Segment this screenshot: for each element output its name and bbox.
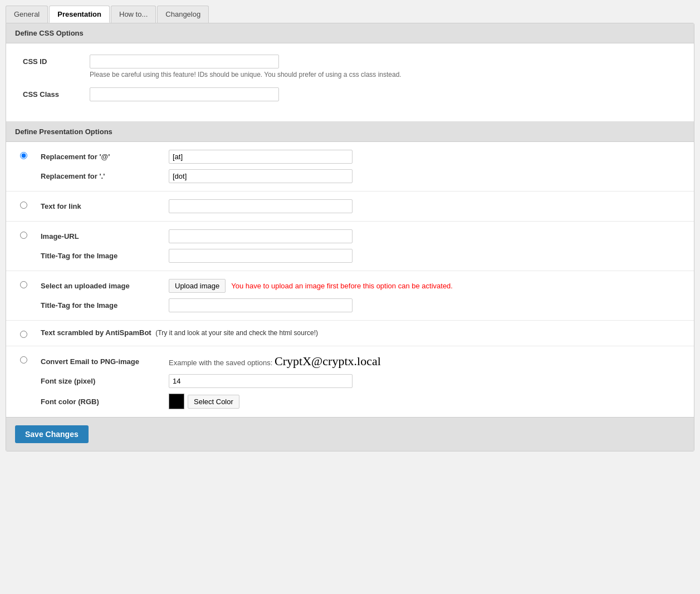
- imageurl-label: Image-URL: [41, 232, 163, 240]
- css-class-label: CSS Class: [23, 87, 90, 99]
- imagetitle-field-row: Title-Tag for the Image: [41, 249, 685, 263]
- replacement-at-input-wrap: [169, 150, 353, 164]
- css-id-input[interactable]: [90, 55, 279, 68]
- radio-replacement-col: [15, 150, 32, 159]
- option-textlink-row: Text for link: [6, 192, 694, 222]
- option-replacement-row: Replacement for '@' Replacement for '.': [6, 142, 694, 192]
- option-imageurl-body: Image-URL Title-Tag for the Image: [41, 229, 685, 263]
- uploaded-fields: Select an uploaded image Upload image Yo…: [41, 279, 685, 312]
- textlink-input[interactable]: [169, 199, 353, 213]
- radio-imageurl-col: [15, 229, 32, 239]
- png-fontcolor-row: Font color (RGB) Select Color: [41, 394, 685, 409]
- uploaded-imagetitle-label: Title-Tag for the Image: [41, 301, 163, 310]
- pres-options-header: Define Presentation Options: [6, 122, 694, 142]
- uploaded-imagetitle-input[interactable]: [169, 298, 353, 312]
- textlink-field-row: Text for link: [41, 199, 685, 213]
- option-imageurl-row: Image-URL Title-Tag for the Image: [6, 222, 694, 271]
- radio-imageurl[interactable]: [20, 232, 27, 239]
- option-scramble-body: Text scrambled by AntiSpamBot (Try it an…: [41, 328, 685, 337]
- radio-textlink[interactable]: [20, 202, 27, 209]
- imageurl-fields: Image-URL Title-Tag for the Image: [41, 229, 685, 263]
- png-fontsize-input[interactable]: [169, 374, 353, 388]
- png-fields: Convert Email to PNG-image Example with …: [41, 354, 685, 409]
- replacement-dot-input-wrap: [169, 169, 353, 183]
- imageurl-field-row: Image-URL: [41, 229, 685, 243]
- option-textlink-body: Text for link: [41, 199, 685, 213]
- save-bar: Save Changes: [6, 417, 694, 451]
- css-options-header: Define CSS Options: [6, 23, 694, 43]
- uploaded-imagetitle-input-wrap: [169, 298, 353, 312]
- replacement-at-label: Replacement for '@': [41, 153, 163, 161]
- png-color-row: Select Color: [169, 394, 239, 409]
- radio-png-col: [15, 354, 32, 364]
- option-png-body: Convert Email to PNG-image Example with …: [41, 354, 685, 409]
- png-title-row: Convert Email to PNG-image Example with …: [41, 354, 685, 369]
- css-id-content: Please be careful using this feature! ID…: [90, 55, 677, 78]
- textlink-label: Text for link: [41, 202, 163, 210]
- upload-button-row: Select an uploaded image Upload image Yo…: [41, 279, 685, 293]
- select-color-button[interactable]: Select Color: [188, 395, 239, 409]
- textlink-fields: Text for link: [41, 199, 685, 213]
- scramble-title: Text scrambled by AntiSpamBot (Try it an…: [41, 328, 318, 337]
- replacement-at-row: Replacement for '@': [41, 150, 685, 164]
- pres-options-body: Replacement for '@' Replacement for '.': [6, 142, 694, 417]
- replacement-dot-label: Replacement for '.': [41, 172, 163, 180]
- tab-changelog[interactable]: Changelog: [157, 6, 209, 23]
- imagetitle-input-wrap: [169, 249, 353, 263]
- tab-howto[interactable]: How to...: [111, 6, 156, 23]
- png-fontcolor-label: Font color (RGB): [41, 397, 163, 406]
- page-wrapper: General Presentation How to... Changelog…: [0, 0, 700, 594]
- imagetitle-label: Title-Tag for the Image: [41, 252, 163, 260]
- png-fontsize-label: Font size (pixel): [41, 377, 163, 385]
- upload-image-button[interactable]: Upload image: [169, 279, 226, 293]
- radio-textlink-col: [15, 199, 32, 209]
- upload-action-wrap: Upload image You have to upload an image…: [169, 279, 453, 293]
- css-options-body: CSS ID Please be careful using this feat…: [6, 43, 694, 122]
- replacement-dot-input[interactable]: [169, 169, 353, 183]
- radio-replacement[interactable]: [20, 152, 27, 159]
- replacement-at-input[interactable]: [169, 150, 353, 164]
- tab-general[interactable]: General: [6, 6, 48, 23]
- radio-scramble[interactable]: [20, 331, 27, 338]
- replacement-fields: Replacement for '@' Replacement for '.': [41, 150, 685, 183]
- main-box: Define CSS Options CSS ID Please be care…: [6, 23, 694, 451]
- upload-warning: You have to upload an image first before…: [231, 282, 453, 290]
- png-example: Example with the saved options: CryptX@c…: [169, 354, 381, 369]
- imageurl-input-wrap: [169, 229, 353, 243]
- radio-scramble-col: [15, 328, 32, 338]
- png-fontsize-row: Font size (pixel): [41, 374, 685, 388]
- color-swatch: [169, 394, 184, 409]
- tab-presentation[interactable]: Presentation: [49, 6, 110, 23]
- radio-png[interactable]: [20, 356, 27, 364]
- select-uploaded-label: Select an uploaded image: [41, 282, 163, 290]
- save-changes-button[interactable]: Save Changes: [15, 425, 89, 443]
- replacement-dot-row: Replacement for '.': [41, 169, 685, 183]
- tabs-bar: General Presentation How to... Changelog: [6, 6, 694, 23]
- png-title-label: Convert Email to PNG-image: [41, 357, 163, 366]
- imagetitle-input[interactable]: [169, 249, 353, 263]
- uploaded-imagetitle-field-row: Title-Tag for the Image: [41, 298, 685, 312]
- png-fontsize-input-wrap: [169, 374, 353, 388]
- radio-uploaded-col: [15, 279, 32, 288]
- css-class-row: CSS Class: [23, 87, 677, 101]
- option-uploaded-body: Select an uploaded image Upload image Yo…: [41, 279, 685, 312]
- css-class-input[interactable]: [90, 87, 279, 101]
- option-scramble-row: Text scrambled by AntiSpamBot (Try it an…: [6, 321, 694, 346]
- css-class-content: [90, 87, 677, 101]
- css-id-row: CSS ID Please be careful using this feat…: [23, 55, 677, 78]
- css-id-hint: Please be careful using this feature! ID…: [90, 71, 677, 78]
- imageurl-input[interactable]: [169, 229, 353, 243]
- option-png-row: Convert Email to PNG-image Example with …: [6, 346, 694, 417]
- css-id-label: CSS ID: [23, 55, 90, 66]
- option-uploaded-row: Select an uploaded image Upload image Yo…: [6, 271, 694, 321]
- option-replacement-body: Replacement for '@' Replacement for '.': [41, 150, 685, 183]
- png-example-email: CryptX@cryptx.local: [275, 354, 381, 368]
- radio-uploaded[interactable]: [20, 281, 27, 288]
- textlink-input-wrap: [169, 199, 353, 213]
